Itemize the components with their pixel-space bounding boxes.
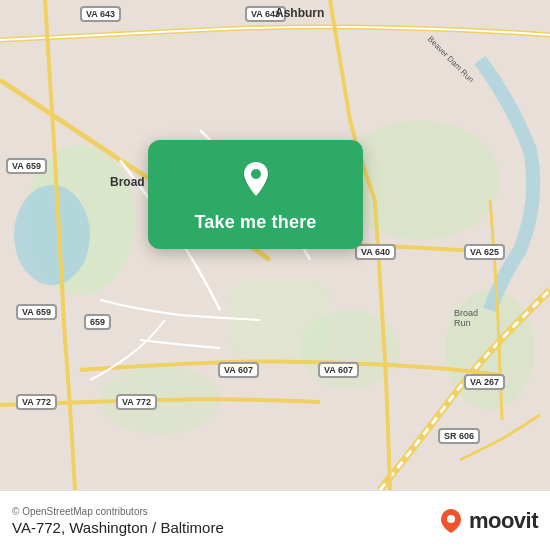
road-badge-sr606: SR 606 [438, 428, 480, 444]
location-pin-icon [234, 158, 278, 202]
svg-point-9 [251, 169, 261, 179]
moovit-logo: moovit [437, 507, 538, 535]
moovit-pin-icon [437, 507, 465, 535]
svg-point-2 [340, 120, 500, 240]
road-badge-va625: VA 625 [464, 244, 505, 260]
moovit-brand-text: moovit [469, 508, 538, 534]
copyright-text: © OpenStreetMap contributors [12, 506, 224, 517]
map-container: VA 643 VA 643 VA 659 VA 659 VA 640 VA 62… [0, 0, 550, 490]
road-badge-va643-1: VA 643 [80, 6, 121, 22]
road-badge-va772-1: VA 772 [16, 394, 57, 410]
broad-run-label: BroadRun [454, 308, 478, 328]
road-badge-va640: VA 640 [355, 244, 396, 260]
road-badge-va267: VA 267 [464, 374, 505, 390]
take-me-there-button[interactable]: Take me there [194, 212, 316, 233]
popup-card: Take me there [148, 140, 363, 249]
ashburn-label: Ashburn [275, 6, 324, 20]
route-label: VA-772, Washington / Baltimore [12, 519, 224, 536]
road-badge-va607-2: VA 607 [318, 362, 359, 378]
svg-point-10 [447, 515, 455, 523]
bottom-left-info: © OpenStreetMap contributors VA-772, Was… [12, 506, 224, 536]
road-badge-va659-1: VA 659 [6, 158, 47, 174]
svg-point-7 [14, 185, 90, 285]
road-badge-659: 659 [84, 314, 111, 330]
road-badge-va659-2: VA 659 [16, 304, 57, 320]
road-badge-va772-2: VA 772 [116, 394, 157, 410]
bottom-bar: © OpenStreetMap contributors VA-772, Was… [0, 490, 550, 550]
road-badge-va607-1: VA 607 [218, 362, 259, 378]
broadlands-label: Broadl [110, 175, 148, 189]
